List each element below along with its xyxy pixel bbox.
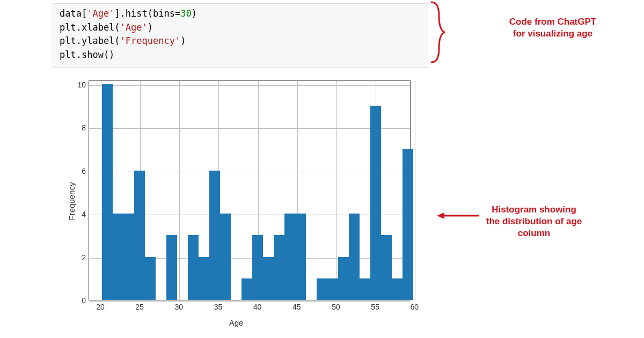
y-tick-label: 2 [70,253,86,262]
code-token: ) [180,35,186,46]
histogram-bar [381,235,392,300]
gridline-h [89,301,410,302]
histogram-bar [317,278,327,300]
code-token: 'Frequency' [120,35,181,46]
histogram-bar [349,214,360,300]
histogram-bar [338,257,349,300]
code-token: ].hist(bins [114,8,175,19]
code-line-3: plt.ylabel('Frequency') [60,34,421,48]
code-token: ) [148,22,153,33]
code-cell: data['Age'].hist(bins=30) plt.xlabel('Ag… [53,3,428,68]
histogram-bar [263,257,274,300]
x-tick-label: 50 [332,303,340,311]
x-tick-label: 60 [411,303,419,311]
histogram-bar [360,278,370,300]
histogram-bar [392,278,402,300]
code-token: 30 [180,8,191,19]
gridline-v [179,81,180,300]
svg-marker-1 [437,212,444,219]
annotation-line: column [480,227,588,239]
code-token: plt.ylabel( [60,35,120,46]
histogram-bar [295,214,306,300]
histogram-bar [145,257,156,300]
code-token: data[ [60,8,87,19]
histogram-bar [134,171,145,300]
annotation-histogram: Histogram showing the distribution of ag… [480,204,588,239]
histogram-bar [241,278,252,300]
annotation-line: the distribution of age [480,216,588,227]
gridline-h [89,85,410,86]
annotation-code: Code from ChatGPT for visualizing age [499,16,606,40]
x-tick-label: 45 [292,303,301,311]
code-token: 'Age' [87,8,114,19]
code-line-2: plt.xlabel('Age') [60,21,421,35]
x-tick-label: 55 [371,303,379,311]
histogram-bar [220,214,231,300]
gridline-v [336,81,337,300]
histogram-bar [166,235,177,300]
histogram-chart: Frequency Age 0246810202530354045505560 [48,75,424,327]
histogram-bar [199,257,209,300]
code-token: ) [192,8,197,19]
histogram-bar [209,171,220,300]
y-tick-label: 6 [70,167,86,175]
gridline-v [101,81,101,300]
histogram-bar [252,235,263,300]
annotation-line: Histogram showing [480,204,588,216]
x-axis-label: Age [229,318,244,327]
histogram-bar [327,278,338,300]
x-tick-label: 30 [174,303,183,311]
y-tick-label: 8 [70,123,86,132]
y-tick-label: 0 [70,296,86,305]
histogram-bar [274,235,284,300]
histogram-bar [113,214,123,300]
x-tick-label: 25 [135,303,144,311]
brace-icon [429,0,445,64]
code-token: = [175,8,180,19]
histogram-bar [123,214,134,300]
arrow-icon [437,210,480,221]
gridline-v [415,81,415,300]
code-token: 'Age' [120,22,148,33]
gridline-h [89,128,410,129]
histogram-bar [102,84,113,300]
code-line-1: data['Age'].hist(bins=30) [60,7,421,21]
code-line-4: plt.show() [60,48,421,62]
histogram-bar [402,149,413,300]
annotation-line: Code from ChatGPT [499,16,606,28]
histogram-bar [370,106,381,300]
histogram-bar [188,235,199,300]
code-token: plt.xlabel( [60,22,120,33]
x-tick-label: 20 [96,303,105,311]
histogram-bar [284,214,295,300]
y-tick-label: 10 [70,80,86,89]
annotation-line: for visualizing age [499,28,606,40]
y-tick-label: 4 [70,210,86,218]
x-tick-label: 35 [214,303,223,311]
code-token: plt.show() [60,49,114,60]
x-tick-label: 40 [253,303,262,311]
plot-area [89,80,411,300]
